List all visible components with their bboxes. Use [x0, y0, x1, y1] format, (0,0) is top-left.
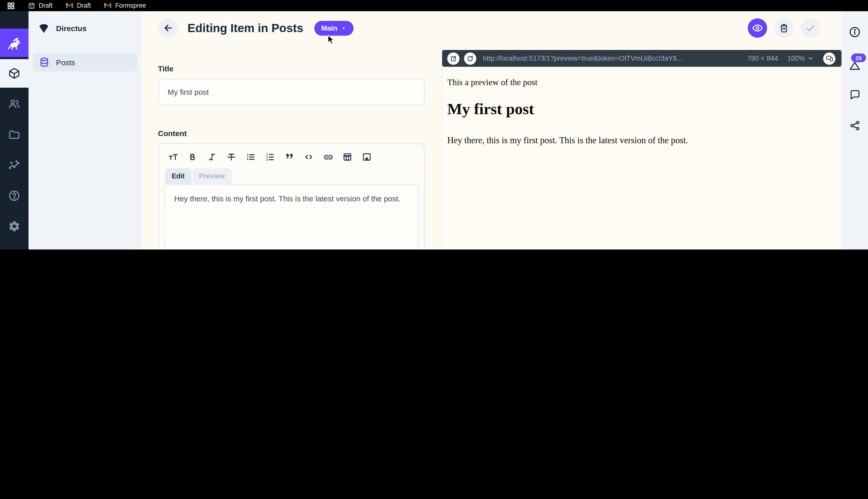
header-actions [748, 19, 820, 38]
sidebar-item-posts[interactable]: Posts [33, 53, 138, 71]
share-icon [849, 120, 860, 131]
gmail-icon [66, 2, 73, 9]
preview-controls: 780 × 844 100% [747, 52, 835, 64]
folder-icon [8, 129, 21, 141]
svg-text:31: 31 [30, 5, 33, 8]
rabbit-icon [7, 35, 22, 50]
box-icon [8, 67, 21, 80]
version-label: Main [321, 24, 338, 32]
right-sidebar: 25 [842, 11, 868, 250]
bold-icon[interactable] [186, 151, 199, 163]
chevron-down-icon [807, 55, 814, 62]
browser-tab-draft-1[interactable]: 31 Draft [28, 2, 52, 9]
calendar-icon: 31 [28, 2, 35, 9]
project-header[interactable]: Directus [28, 11, 142, 45]
device-toggle-button[interactable] [823, 52, 835, 64]
markdown-toolbar: 123 [159, 144, 424, 167]
save-button[interactable] [801, 19, 820, 38]
caret-down-icon [341, 25, 347, 31]
external-link-icon [450, 55, 457, 62]
strikethrough-icon[interactable] [225, 151, 237, 163]
preview-document: This a preview of the post My first post… [442, 67, 842, 146]
mouse-cursor [327, 35, 336, 45]
field-title: Title [158, 64, 425, 106]
information-button[interactable] [848, 26, 861, 38]
zoom-select[interactable]: 100% [787, 54, 814, 62]
module-insights[interactable] [0, 151, 28, 180]
project-name: Directus [56, 24, 87, 32]
eye-icon [752, 22, 763, 34]
field-label: Content [158, 129, 425, 138]
tab-label: Formspree [115, 2, 146, 9]
gmail-icon [104, 2, 112, 9]
trash-icon [779, 23, 789, 33]
directus-app: 31 Draft Draft Formspree [0, 0, 868, 250]
back-button[interactable] [158, 18, 178, 38]
refresh-button[interactable] [464, 52, 476, 64]
bulleted-list-icon[interactable] [244, 151, 257, 163]
numbered-list-icon[interactable]: 123 [264, 151, 276, 163]
markdown-editor: 123 [158, 143, 425, 250]
module-settings[interactable] [0, 212, 28, 241]
devices-icon [826, 54, 833, 62]
preview-heading: My first post [447, 100, 831, 118]
field-content: Content [158, 129, 425, 250]
page-header: Editing Item in Posts Main [142, 11, 842, 45]
nav-sidebar: Directus Posts [28, 11, 142, 250]
item-form: Title Content [142, 45, 442, 250]
page-title: Editing Item in Posts [187, 21, 303, 35]
browser-tab-bar: 31 Draft Draft Formspree [0, 0, 868, 11]
tab-edit[interactable]: Edit [165, 168, 191, 184]
gear-icon [8, 220, 21, 232]
preview-body-text: Hey there, this is my first post. This i… [447, 135, 831, 146]
database-icon [39, 57, 50, 68]
main-area: Editing Item in Posts Main [142, 11, 842, 250]
title-input[interactable] [158, 78, 425, 106]
preview-url-bar: http://localhost:5173/1?preview=true&tok… [442, 50, 842, 67]
editor-tabs: Edit Preview [159, 168, 424, 184]
live-preview-pane: http://localhost:5173/1?preview=true&tok… [442, 45, 842, 250]
preview-size-label: 780 × 844 [747, 54, 778, 62]
info-icon [848, 26, 861, 38]
help-icon [8, 190, 21, 202]
comment-icon [849, 88, 860, 100]
browser-tab-formspree[interactable]: Formspree [104, 2, 146, 9]
code-icon[interactable] [303, 151, 315, 163]
browser-tab-draft-2[interactable]: Draft [66, 2, 91, 9]
shares-button[interactable] [848, 119, 861, 132]
sidebar-item-label: Posts [56, 58, 75, 66]
table-icon[interactable] [341, 151, 353, 163]
directus-project-icon [38, 22, 50, 34]
field-label: Title [158, 64, 425, 73]
preview-intro-text: This a preview of the post [447, 77, 831, 88]
module-content[interactable] [0, 59, 28, 88]
refresh-icon [467, 55, 474, 62]
people-icon [8, 98, 21, 110]
revisions-count-badge: 25 [851, 53, 866, 62]
version-dropdown-button[interactable]: Main [315, 21, 354, 35]
tab-overview-icon[interactable] [7, 2, 15, 10]
preview-toggle-button[interactable] [748, 19, 767, 38]
content-textarea[interactable]: Hey there, this is my first post. This i… [164, 184, 419, 250]
link-icon[interactable] [322, 151, 334, 163]
insights-icon [8, 159, 21, 171]
check-icon [805, 22, 816, 34]
blockquote-icon[interactable] [283, 151, 295, 163]
tab-preview[interactable]: Preview [192, 168, 231, 184]
open-in-new-button[interactable] [447, 52, 460, 64]
module-bar [0, 11, 28, 250]
preview-url-input[interactable]: http://localhost:5173/1?preview=true&tok… [483, 54, 743, 62]
module-users[interactable] [0, 90, 28, 118]
image-icon[interactable] [361, 151, 373, 163]
comments-button[interactable] [848, 88, 861, 100]
module-help[interactable] [0, 181, 28, 210]
svg-text:3: 3 [266, 158, 268, 161]
tab-label: Draft [77, 2, 91, 9]
delete-button[interactable] [774, 19, 794, 38]
tab-label: Draft [39, 2, 52, 9]
heading-icon[interactable] [167, 151, 179, 163]
italic-icon[interactable] [206, 151, 218, 163]
zoom-value: 100% [787, 54, 805, 62]
directus-logo[interactable] [0, 28, 28, 57]
module-files[interactable] [0, 120, 28, 149]
